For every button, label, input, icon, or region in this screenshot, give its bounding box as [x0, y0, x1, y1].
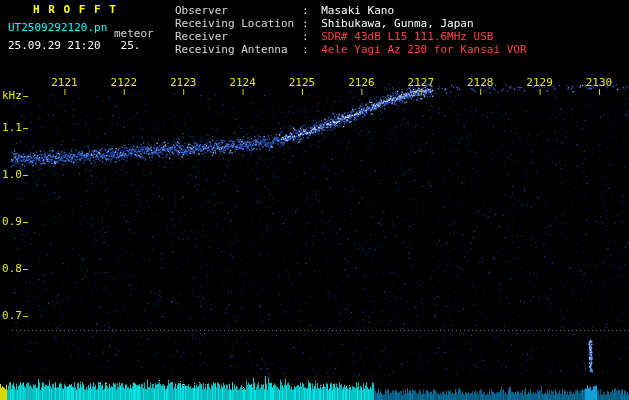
info-value: SDR# 43dB L15 111.6MHz USB [321, 30, 493, 43]
info-colon: : [302, 17, 315, 30]
info-colon: : [302, 4, 315, 17]
x-tick-label: 2128 [467, 77, 494, 88]
info-row-receiver: Receiver: SDR# 43dB L15 111.6MHz USB [175, 30, 527, 43]
x-tick-label: 2124 [229, 77, 256, 88]
info-value: Shibukawa, Gunma, Japan [321, 17, 473, 30]
x-tick-label: 2130 [586, 77, 613, 88]
info-colon: : [302, 43, 315, 56]
info-row-location: Receiving Location: Shibukawa, Gunma, Ja… [175, 17, 527, 30]
x-tick-label: 2122 [111, 77, 138, 88]
info-label: Receiver [175, 30, 302, 43]
x-tick-label: 2127 [408, 77, 435, 88]
hrofft-window: H R O F F T UT2509292120.pn meteor 25.09… [0, 0, 629, 400]
y-tick-label: kHz [2, 90, 22, 101]
x-tick-label: 2129 [526, 77, 553, 88]
y-tick-label: 0.7 [2, 310, 22, 321]
info-row-antenna: Receiving Antenna: 4ele Yagi Az 230 for … [175, 43, 527, 56]
info-label: Receiving Location [175, 17, 302, 30]
y-tick-label: 0.9 [2, 216, 22, 227]
y-tick-label: 0.8 [2, 263, 22, 274]
header-info: Observer: Masaki Kano Receiving Location… [175, 4, 527, 56]
x-tick-label: 2126 [348, 77, 375, 88]
y-tick-label: 1.1 [2, 122, 22, 133]
spectrogram-canvas [0, 0, 629, 400]
info-colon: : [302, 30, 315, 43]
file-id: UT2509292120.pn [8, 22, 107, 33]
app-title: H R O F F T [33, 4, 117, 15]
info-row-observer: Observer: Masaki Kano [175, 4, 527, 17]
x-tick-label: 2123 [170, 77, 197, 88]
info-value: Masaki Kano [321, 4, 394, 17]
x-tick-label: 2125 [289, 77, 316, 88]
file-note: meteor [114, 28, 154, 39]
y-tick-label: 1.0 [2, 169, 22, 180]
info-label: Receiving Antenna [175, 43, 302, 56]
x-tick-label: 2121 [51, 77, 78, 88]
info-value: 4ele Yagi Az 230 for Kansai VOR [321, 43, 526, 56]
info-label: Observer [175, 4, 302, 17]
timestamp: 25.09.29 21:20 25. [8, 40, 140, 51]
